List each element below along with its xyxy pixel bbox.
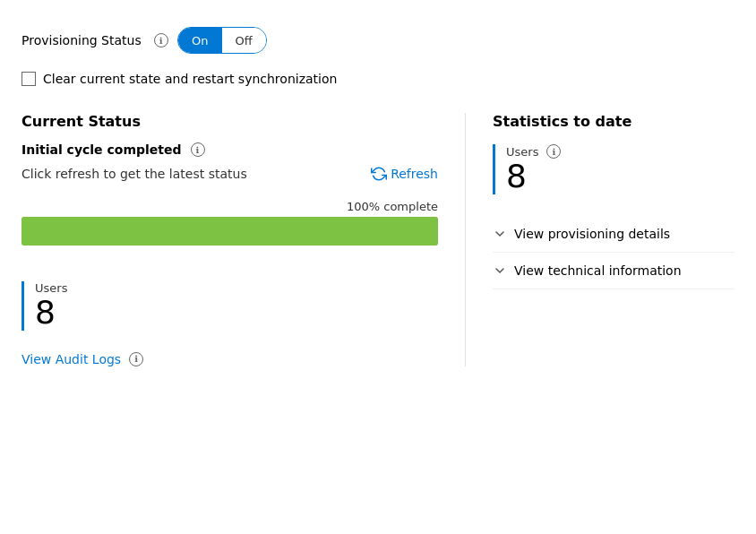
provisioning-status-row: Provisioning Status ℹ On Off (21, 27, 735, 54)
right-users-stat-block: Users ℹ 8 (493, 144, 735, 194)
view-provisioning-details-row[interactable]: View provisioning details (493, 216, 735, 253)
refresh-label: Refresh (391, 167, 438, 181)
audit-logs-label: View Audit Logs (21, 352, 121, 366)
view-provisioning-details-label: View provisioning details (514, 227, 670, 241)
chevron-down-icon (493, 227, 507, 241)
users-stat-block: Users 8 (21, 281, 438, 331)
view-technical-information-label: View technical information (514, 263, 682, 278)
audit-info-icon[interactable]: ℹ (129, 352, 143, 366)
refresh-hint-text: Click refresh to get the latest status (21, 167, 247, 181)
provisioning-info-icon[interactable]: ℹ (154, 33, 168, 47)
refresh-row: Click refresh to get the latest status R… (21, 166, 438, 182)
status-line: Initial cycle completed ℹ (21, 142, 438, 157)
right-column: Statistics to date Users ℹ 8 View provis… (466, 113, 735, 366)
status-info-icon[interactable]: ℹ (191, 142, 205, 157)
audit-logs-link[interactable]: View Audit Logs ℹ (21, 352, 143, 366)
status-text: Initial cycle completed (21, 142, 182, 157)
clear-state-checkbox[interactable] (21, 72, 36, 86)
main-content: Current Status Initial cycle completed ℹ… (21, 113, 735, 366)
view-technical-information-row[interactable]: View technical information (493, 253, 735, 289)
users-count: 8 (35, 295, 438, 331)
bottom-stats: Users 8 View Audit Logs ℹ (21, 281, 438, 366)
progress-label: 100% complete (21, 200, 438, 213)
right-users-label: Users (506, 145, 538, 159)
users-label: Users (35, 281, 67, 295)
current-status-title: Current Status (21, 113, 438, 130)
checkbox-label: Clear current state and restart synchron… (43, 72, 337, 86)
left-column: Current Status Initial cycle completed ℹ… (21, 113, 466, 366)
provisioning-toggle[interactable]: On Off (177, 27, 267, 54)
checkbox-row: Clear current state and restart synchron… (21, 72, 735, 86)
provisioning-label: Provisioning Status (21, 33, 142, 47)
toggle-off-button[interactable]: Off (222, 28, 266, 53)
chevron-down-icon-2 (493, 263, 507, 278)
toggle-on-button[interactable]: On (178, 28, 222, 53)
progress-bar-fill (21, 217, 438, 245)
progress-bar-track (21, 217, 438, 245)
refresh-icon (371, 166, 387, 182)
statistics-title: Statistics to date (493, 113, 735, 130)
right-users-info-icon[interactable]: ℹ (546, 144, 561, 159)
refresh-button[interactable]: Refresh (371, 166, 438, 182)
right-users-count: 8 (506, 159, 735, 194)
progress-section: 100% complete (21, 200, 438, 245)
